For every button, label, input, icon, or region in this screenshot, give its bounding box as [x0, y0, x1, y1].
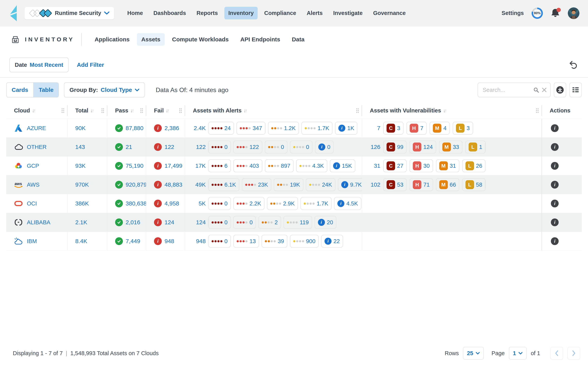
- alert-chip-low[interactable]: 900: [290, 235, 319, 248]
- nav-item-dashboards[interactable]: Dashboards: [149, 7, 190, 19]
- clear-search-icon[interactable]: [542, 87, 547, 92]
- alert-chip-medium[interactable]: 39: [261, 235, 287, 248]
- row-actions-info-icon[interactable]: i: [551, 237, 559, 245]
- cloud-name-link[interactable]: ALIBABA: [27, 219, 50, 226]
- vulns-total[interactable]: 31: [367, 163, 380, 169]
- view-toggle-table[interactable]: Table: [33, 83, 59, 97]
- nav-item-inventory[interactable]: Inventory: [225, 7, 258, 19]
- alerts-total[interactable]: 5K: [189, 200, 206, 207]
- fail-count[interactable]: 2,386: [164, 125, 179, 132]
- row-actions-info-icon[interactable]: i: [551, 181, 559, 189]
- pass-count[interactable]: 2,016: [126, 219, 140, 226]
- drag-handle-icon[interactable]: [177, 108, 182, 113]
- alerts-total[interactable]: 122: [189, 144, 206, 150]
- column-header-assets-with-vulnerabilities[interactable]: Assets with Vulnerabilities↓↑: [362, 105, 542, 116]
- pass-count[interactable]: 380,638: [126, 200, 146, 207]
- fail-count[interactable]: 124: [164, 219, 174, 226]
- alerts-total[interactable]: 17K: [189, 163, 206, 169]
- vuln-chip-medium[interactable]: M4: [430, 122, 450, 134]
- alert-chip-info[interactable]: i4.5K: [334, 197, 361, 210]
- alert-chip-low[interactable]: 4.3K: [296, 159, 327, 172]
- vuln-chip-critical[interactable]: C3: [383, 122, 404, 134]
- fail-count[interactable]: 948: [164, 238, 174, 244]
- next-page-button[interactable]: [567, 347, 580, 360]
- column-header-total[interactable]: Total↓↑: [68, 105, 107, 116]
- alert-chip-low[interactable]: 0: [290, 141, 312, 153]
- vuln-chip-high[interactable]: H71: [409, 178, 433, 191]
- cloud-name-link[interactable]: OCI: [27, 200, 37, 207]
- alert-chip-info[interactable]: i1K: [335, 122, 357, 134]
- alert-chip-critical[interactable]: 0: [208, 197, 231, 210]
- sort-arrows-icon[interactable]: ↓↑: [32, 108, 35, 113]
- vuln-chip-high[interactable]: H7: [406, 122, 427, 134]
- column-header-fail[interactable]: Fail↓↑: [146, 105, 185, 116]
- module-switcher[interactable]: Runtime Security: [25, 7, 114, 19]
- column-settings-button[interactable]: [569, 83, 582, 97]
- sort-arrows-icon[interactable]: ↓↑: [166, 108, 169, 113]
- vulns-total[interactable]: 102: [367, 181, 380, 188]
- total-count[interactable]: 90K: [75, 125, 86, 132]
- search-input[interactable]: [482, 87, 530, 93]
- tab-data[interactable]: Data: [288, 33, 309, 46]
- alert-chip-critical[interactable]: 6.1K: [208, 178, 239, 191]
- sort-arrows-icon[interactable]: ↓↑: [90, 108, 93, 113]
- alert-chip-info[interactable]: i15K: [330, 159, 355, 172]
- row-actions-info-icon[interactable]: i: [551, 200, 559, 207]
- total-count[interactable]: 970K: [75, 181, 89, 188]
- tab-applications[interactable]: Applications: [90, 33, 134, 46]
- vuln-chip-low[interactable]: L3: [453, 122, 473, 134]
- vuln-chip-low[interactable]: L26: [462, 159, 485, 172]
- download-button[interactable]: [554, 83, 566, 97]
- vuln-chip-low[interactable]: L58: [462, 178, 485, 191]
- nav-item-reports[interactable]: Reports: [193, 7, 222, 19]
- bell-icon[interactable]: [551, 8, 560, 18]
- reset-filters-icon[interactable]: [569, 61, 578, 69]
- sort-arrows-icon[interactable]: ↓↑: [243, 108, 246, 113]
- total-count[interactable]: 8.4K: [75, 238, 87, 244]
- progress-ring[interactable]: 80%: [532, 8, 543, 19]
- vuln-chip-medium[interactable]: M31: [436, 159, 459, 172]
- alert-chip-high[interactable]: 0: [233, 216, 256, 229]
- row-actions-info-icon[interactable]: i: [551, 124, 559, 132]
- alert-chip-low[interactable]: 1.7K: [301, 122, 332, 134]
- alert-chip-low[interactable]: 24K: [306, 178, 335, 191]
- drag-handle-icon[interactable]: [138, 108, 143, 113]
- pass-count[interactable]: 920,879: [126, 181, 146, 188]
- column-header-pass[interactable]: Pass↓↑: [107, 105, 146, 116]
- search-icon[interactable]: [533, 87, 539, 93]
- alert-chip-high[interactable]: 2.2K: [233, 197, 264, 210]
- alert-chip-medium[interactable]: 2: [259, 216, 281, 229]
- pass-count[interactable]: 21: [126, 144, 132, 150]
- vuln-chip-medium[interactable]: M66: [436, 178, 459, 191]
- alert-chip-high[interactable]: 13: [233, 235, 259, 248]
- column-header-assets-with-alerts[interactable]: Assets with Alerts↓↑: [185, 105, 362, 116]
- date-filter-value[interactable]: Most Recent: [30, 62, 63, 68]
- alert-chip-critical[interactable]: 0: [208, 235, 231, 248]
- alert-chip-critical[interactable]: 6: [208, 159, 231, 172]
- drag-handle-icon[interactable]: [354, 108, 359, 113]
- nav-item-compliance[interactable]: Compliance: [260, 7, 300, 19]
- view-toggle-cards[interactable]: Cards: [7, 83, 33, 97]
- vuln-chip-low[interactable]: L1: [465, 141, 485, 153]
- vuln-chip-high[interactable]: H30: [409, 159, 433, 172]
- alert-chip-info[interactable]: i22: [321, 235, 343, 248]
- cloud-name-link[interactable]: AZURE: [27, 125, 46, 132]
- column-header-actions[interactable]: Actions: [542, 105, 582, 116]
- total-count[interactable]: 386K: [75, 200, 89, 207]
- avatar[interactable]: [568, 7, 579, 19]
- cloud-name-link[interactable]: OTHER: [27, 144, 47, 150]
- vuln-chip-medium[interactable]: M33: [439, 141, 462, 153]
- cloud-name-link[interactable]: IBM: [27, 238, 37, 244]
- pass-count[interactable]: 75,190: [126, 163, 144, 169]
- nav-item-alerts[interactable]: Alerts: [303, 7, 327, 19]
- row-actions-info-icon[interactable]: i: [551, 143, 559, 151]
- cloud-name-link[interactable]: GCP: [27, 163, 39, 169]
- vuln-chip-critical[interactable]: C53: [383, 178, 406, 191]
- row-actions-info-icon[interactable]: i: [551, 162, 559, 170]
- alert-chip-high[interactable]: 403: [233, 159, 262, 172]
- alert-chip-critical[interactable]: 0: [208, 216, 231, 229]
- alert-chip-high[interactable]: 23K: [242, 178, 271, 191]
- vulns-total[interactable]: 126: [367, 144, 380, 150]
- cloud-name-link[interactable]: AWS: [27, 182, 39, 188]
- nav-item-governance[interactable]: Governance: [369, 7, 410, 19]
